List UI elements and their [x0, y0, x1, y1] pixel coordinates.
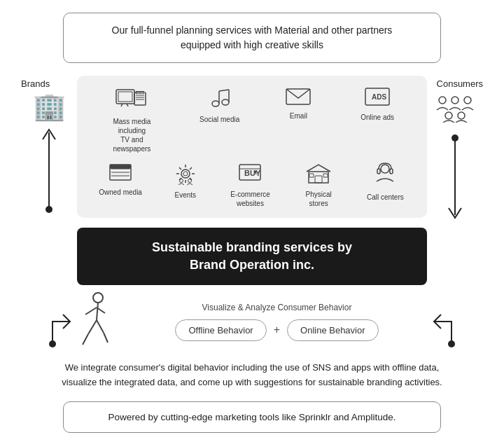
svg-rect-44	[323, 174, 328, 177]
right-down-arrow	[442, 131, 468, 222]
brands-building-icon: 🏢	[33, 93, 66, 120]
svg-rect-6	[134, 92, 146, 105]
svg-text:ADS: ADS	[372, 93, 386, 101]
ecommerce-label: E-commercewebsites	[230, 190, 270, 208]
svg-point-45	[381, 165, 389, 173]
svg-point-25	[181, 170, 190, 178]
events-icon	[174, 162, 197, 188]
channel-box: NEWS Mass media includingTV and newspape…	[77, 76, 427, 218]
consumers-label: Consumers	[437, 78, 483, 89]
bottom-left-arrow	[46, 294, 74, 350]
svg-rect-43	[309, 174, 314, 177]
social-media-label: Social media	[200, 115, 239, 124]
svg-point-64	[448, 340, 455, 347]
channel-email: Email	[277, 87, 319, 153]
call-centers-icon	[373, 162, 397, 190]
top-banner: Our full-funnel planning services with M…	[63, 13, 441, 63]
email-icon	[286, 87, 311, 109]
behavior-label: Visualize & Analyze Consumer Behavior	[202, 303, 352, 312]
svg-point-55	[49, 340, 56, 347]
svg-point-26	[183, 172, 188, 176]
svg-line-62	[97, 320, 104, 333]
svg-point-48	[439, 97, 446, 104]
physical-stores-label: Physicalstores	[306, 190, 332, 208]
channel-social-media: Social media	[195, 87, 244, 153]
svg-point-36	[188, 179, 191, 183]
svg-text:NEWS: NEWS	[136, 91, 145, 95]
channel-ecommerce: BUY E-commercewebsites	[224, 162, 276, 208]
svg-point-49	[451, 97, 458, 104]
bottom-banner-text: Powered by cutting-edge marketing tools …	[108, 412, 396, 422]
svg-line-63	[104, 333, 108, 343]
svg-rect-42	[315, 176, 322, 183]
plus-sign: +	[274, 324, 280, 336]
svg-rect-46	[377, 169, 380, 174]
mass-media-icon: NEWS	[115, 87, 148, 114]
svg-line-33	[190, 167, 192, 170]
channel-events: Events	[164, 162, 206, 208]
svg-rect-24	[110, 165, 131, 169]
online-ads-label: Online ads	[360, 113, 394, 121]
call-centers-label: Call centers	[367, 193, 404, 202]
svg-point-56	[93, 293, 103, 303]
description-text: We integrate consumer's digital behavior…	[49, 361, 455, 390]
email-label: Email	[290, 112, 307, 120]
bottom-right-arrow	[430, 294, 458, 350]
channel-mass-media: NEWS Mass media includingTV and newspape…	[102, 87, 162, 153]
svg-rect-3	[118, 92, 132, 102]
left-up-arrow	[36, 125, 62, 216]
svg-line-60	[88, 320, 97, 334]
channel-online-ads: ADS Online ads	[353, 87, 402, 153]
bottom-banner: Powered by cutting-edge marketing tools …	[63, 401, 441, 433]
svg-text:BUY: BUY	[244, 169, 261, 177]
svg-line-16	[219, 90, 229, 91]
svg-point-51	[445, 112, 452, 119]
owned-media-label: Owned media	[99, 188, 142, 196]
svg-point-13	[222, 99, 229, 105]
consumers-people-icon	[434, 93, 476, 125]
svg-point-35	[179, 179, 183, 183]
offline-behavior-button[interactable]: Offline Behavior	[175, 319, 266, 341]
black-banner-line1: Sustainable branding services by	[152, 240, 352, 254]
owned-media-icon	[108, 162, 132, 186]
black-banner: Sustainable branding services by Brand O…	[77, 228, 427, 285]
brands-label: Brands	[21, 78, 50, 89]
black-banner-line2: Brand Operation inc.	[190, 258, 314, 272]
svg-line-57	[97, 303, 98, 320]
social-media-icon	[209, 87, 231, 112]
svg-line-31	[179, 167, 181, 170]
svg-line-61	[83, 334, 88, 345]
online-behavior-button[interactable]: Online Behavior	[287, 319, 379, 341]
svg-line-58	[85, 308, 97, 315]
svg-rect-47	[390, 169, 393, 174]
events-label: Events	[174, 191, 196, 199]
ecommerce-icon: BUY	[237, 162, 263, 187]
svg-point-12	[212, 101, 219, 106]
channel-physical-stores: Physicalstores	[294, 162, 343, 208]
physical-stores-icon	[306, 162, 331, 187]
svg-point-52	[458, 112, 465, 119]
top-banner-text: Our full-funnel planning services with M…	[112, 25, 393, 50]
channel-call-centers: Call centers	[360, 162, 410, 208]
channel-owned-media: Owned media	[94, 162, 147, 208]
mass-media-label: Mass media includingTV and newspapers	[102, 117, 162, 153]
svg-point-50	[464, 97, 471, 104]
walking-figure-icon	[77, 292, 115, 351]
online-ads-icon: ADS	[364, 87, 391, 111]
